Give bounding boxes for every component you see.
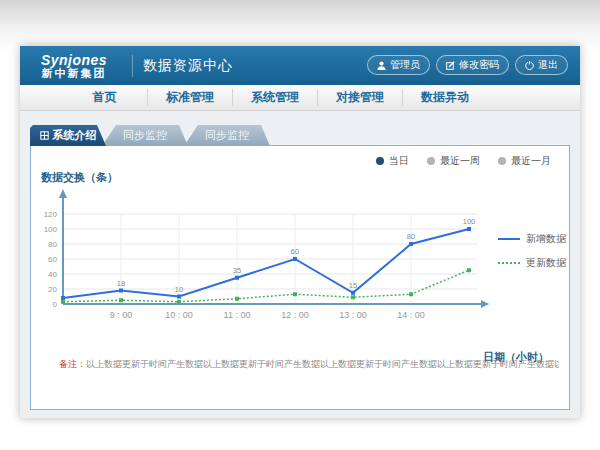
range-filter: 当日 最近一周 最近一月: [376, 154, 551, 168]
logout-button[interactable]: 退出: [515, 55, 568, 75]
current-user-label: 管理员: [390, 58, 420, 72]
nav-item-data-change[interactable]: 数据异动: [402, 89, 487, 106]
footnote-label: 备注：: [59, 359, 86, 369]
y-axis-arrow-icon: [59, 189, 67, 198]
svg-text:120: 120: [44, 210, 58, 219]
app-title: 数据资源中心: [143, 57, 233, 75]
svg-text:11 : 00: 11 : 00: [224, 310, 251, 320]
svg-text:35: 35: [233, 266, 241, 275]
svg-text:18: 18: [117, 279, 125, 288]
svg-text:14 : 00: 14 : 00: [397, 310, 425, 320]
tab-bar: 系统介绍 同步监控 同步监控: [30, 125, 270, 146]
nav-item-system-mgmt[interactable]: 系统管理: [232, 89, 317, 106]
nav-item-home[interactable]: 首页: [62, 89, 147, 106]
app-window: Synjones 新中新集团 数据资源中心 管理员 修改密码: [20, 46, 580, 418]
tab-label: 同步监控: [123, 128, 167, 143]
svg-text:15: 15: [349, 281, 357, 290]
data-point-marker: [293, 292, 297, 296]
svg-text:100: 100: [463, 217, 476, 226]
change-password-label: 修改密码: [459, 58, 499, 72]
range-option-last-month[interactable]: 最近一月: [498, 154, 551, 168]
chart-panel: 当日 最近一周 最近一月 数据交换（条） 0204060801001209 : …: [30, 145, 570, 410]
svg-text:80: 80: [407, 232, 415, 241]
tab-label: 系统介绍: [53, 128, 97, 143]
footnote-text: 以上数据更新于时间产生数据以上数据更新于时间产生数据以上数据更新于时间产生数据以…: [86, 359, 559, 369]
header-divider: [132, 55, 133, 77]
data-point-marker: [409, 292, 413, 296]
tab-label: 同步监控: [205, 128, 249, 143]
nav-item-interface-mgmt[interactable]: 对接管理: [317, 89, 402, 106]
change-password-button[interactable]: 修改密码: [436, 55, 509, 75]
data-point-marker: [235, 276, 239, 280]
data-point-marker: [467, 268, 471, 272]
tab-system-intro[interactable]: 系统介绍: [30, 125, 106, 146]
data-point-marker: [293, 257, 297, 261]
edit-icon: [446, 61, 455, 70]
legend-label: 新增数据: [526, 232, 566, 246]
main-nav: 首页 标准管理 系统管理 对接管理 数据异动: [20, 85, 580, 111]
nav-item-standard-mgmt[interactable]: 标准管理: [147, 89, 232, 106]
data-point-marker: [351, 291, 355, 295]
data-point-marker: [467, 227, 471, 231]
legend-label: 更新数据: [526, 256, 566, 270]
svg-text:9 : 00: 9 : 00: [110, 310, 133, 320]
tab-sync-monitor-1[interactable]: 同步监控: [102, 125, 188, 146]
range-option-label: 当日: [389, 154, 409, 168]
app-header: Synjones 新中新集团 数据资源中心 管理员 修改密码: [20, 46, 580, 85]
svg-text:80: 80: [48, 240, 57, 249]
legend-item-new-data: 新增数据: [498, 232, 566, 246]
line-chart-svg: 0204060801001209 : 0010 : 0011 : 0012 : …: [39, 186, 491, 324]
svg-text:40: 40: [48, 270, 57, 279]
radio-dot-icon: [376, 157, 384, 165]
power-icon: [525, 61, 534, 70]
svg-text:100: 100: [44, 225, 58, 234]
brand-logo: Synjones 新中新集团: [20, 51, 128, 79]
data-point-marker: [61, 300, 65, 304]
svg-text:10 : 00: 10 : 00: [165, 310, 193, 320]
svg-text:12 : 00: 12 : 00: [281, 310, 309, 320]
user-icon: [377, 61, 386, 70]
radio-dot-icon: [427, 157, 435, 165]
current-user-button[interactable]: 管理员: [367, 55, 430, 75]
range-option-today[interactable]: 当日: [376, 154, 409, 168]
dotted-line-swatch: [498, 262, 520, 264]
data-point-marker: [119, 289, 123, 293]
line-chart: 0204060801001209 : 0010 : 0011 : 0012 : …: [39, 186, 491, 324]
solid-line-swatch: [498, 238, 520, 240]
data-point-marker: [177, 295, 181, 299]
svg-text:60: 60: [48, 255, 57, 264]
data-point-marker: [409, 242, 413, 246]
data-point-marker: [61, 296, 65, 300]
logout-label: 退出: [538, 58, 558, 72]
desktop-background: Synjones 新中新集团 数据资源中心 管理员 修改密码: [0, 0, 600, 450]
chart-legend: 新增数据 更新数据: [498, 232, 566, 280]
range-option-label: 最近一月: [511, 154, 551, 168]
data-point-marker: [119, 298, 123, 302]
range-option-label: 最近一周: [440, 154, 480, 168]
data-point-marker: [235, 297, 239, 301]
legend-item-updated-data: 更新数据: [498, 256, 566, 270]
tab-sync-monitor-2[interactable]: 同步监控: [184, 125, 270, 146]
svg-text:60: 60: [291, 247, 299, 256]
x-axis-arrow-icon: [481, 300, 489, 308]
document-grid-icon: [40, 130, 49, 142]
svg-text:20: 20: [48, 285, 57, 294]
brand-logo-cn: 新中新集团: [20, 68, 128, 80]
svg-text:0: 0: [53, 300, 58, 309]
range-option-last-week[interactable]: 最近一周: [427, 154, 480, 168]
data-point-marker: [351, 295, 355, 299]
header-actions: 管理员 修改密码 退出: [367, 55, 568, 75]
footnote: 备注：以上数据更新于时间产生数据以上数据更新于时间产生数据以上数据更新于时间产生…: [59, 358, 559, 371]
svg-text:10: 10: [175, 285, 183, 294]
svg-text:13 : 00: 13 : 00: [339, 310, 367, 320]
brand-logo-en: Synjones: [20, 53, 128, 68]
chart-y-axis-title: 数据交换（条）: [41, 170, 118, 185]
radio-dot-icon: [498, 157, 506, 165]
data-point-marker: [177, 300, 181, 304]
